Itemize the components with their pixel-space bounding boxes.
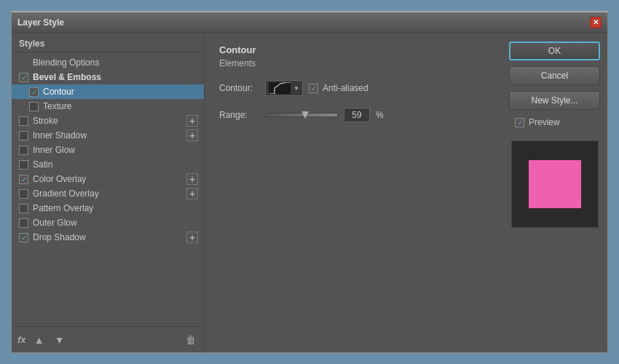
gradient-overlay-checkbox[interactable] xyxy=(19,189,28,199)
sidebar-item-pattern-overlay[interactable]: Pattern Overlay xyxy=(12,201,204,215)
cancel-button[interactable]: Cancel xyxy=(509,66,600,85)
satin-label: Satin xyxy=(33,159,52,170)
fx-label: fx xyxy=(17,334,26,345)
outer-glow-checkbox[interactable] xyxy=(19,218,28,228)
new-style-button[interactable]: New Style... xyxy=(509,91,600,110)
ok-button[interactable]: OK xyxy=(509,41,600,60)
anti-alias-label: Anti-aliased xyxy=(323,83,368,93)
sidebar-item-satin[interactable]: Satin xyxy=(12,157,204,172)
blending-options-label: Blending Options xyxy=(33,58,99,68)
preview-shape xyxy=(529,160,581,208)
contour-picker[interactable]: ▼ xyxy=(265,80,303,96)
contour-label: Contour xyxy=(43,87,74,97)
layer-style-dialog: Layer Style ✕ Styles Blending Options Be… xyxy=(11,11,608,353)
stroke-checkbox[interactable] xyxy=(19,116,28,126)
color-overlay-label: Color Overlay xyxy=(33,174,86,184)
inner-shadow-checkbox[interactable] xyxy=(19,131,28,141)
delete-button[interactable]: 🗑 xyxy=(184,333,198,347)
left-panel-footer: fx ▲ ▼ 🗑 xyxy=(12,326,204,352)
sidebar-item-drop-shadow[interactable]: Drop Shadow + xyxy=(12,230,204,245)
color-overlay-plus-button[interactable]: + xyxy=(186,173,198,185)
contour-curve-preview xyxy=(269,82,291,94)
sidebar-item-stroke[interactable]: Stroke + xyxy=(12,114,204,128)
anti-alias-row: Anti-aliased xyxy=(309,83,368,93)
sidebar-item-contour[interactable]: Contour xyxy=(12,84,204,99)
preview-row: Preview xyxy=(509,116,600,129)
sidebar-item-bevel-emboss[interactable]: Bevel & Emboss xyxy=(12,70,204,84)
section-title: Contour xyxy=(219,44,487,55)
sidebar-item-inner-shadow[interactable]: Inner Shadow + xyxy=(12,128,204,143)
stroke-label: Stroke xyxy=(33,116,58,126)
dialog-body: Styles Blending Options Bevel & Emboss C… xyxy=(12,33,607,352)
range-value[interactable]: 59 xyxy=(344,108,370,122)
outer-glow-label: Outer Glow xyxy=(33,218,77,228)
texture-checkbox[interactable] xyxy=(29,102,39,111)
styles-header: Styles xyxy=(12,33,204,52)
sidebar-item-blending-options[interactable]: Blending Options xyxy=(12,55,204,70)
dialog-title: Layer Style xyxy=(17,17,64,28)
layer-list: Blending Options Bevel & Emboss Contour … xyxy=(12,52,204,326)
gradient-overlay-label: Gradient Overlay xyxy=(33,189,99,199)
contour-dropdown-arrow: ▼ xyxy=(293,85,299,92)
title-bar: Layer Style ✕ xyxy=(12,12,607,33)
satin-checkbox[interactable] xyxy=(19,160,28,170)
section-subtitle: Elements xyxy=(219,58,487,68)
preview-checkbox[interactable] xyxy=(515,118,524,127)
preview-label: Preview xyxy=(529,117,560,127)
center-panel: Contour Elements Contour: ▼ Anti-aliased xyxy=(205,33,502,352)
bevel-emboss-checkbox[interactable] xyxy=(19,73,28,82)
anti-alias-checkbox[interactable] xyxy=(309,84,318,93)
range-slider[interactable] xyxy=(265,113,338,117)
inner-glow-label: Inner Glow xyxy=(33,145,75,155)
contour-row: Contour: ▼ Anti-aliased xyxy=(219,80,487,96)
texture-label: Texture xyxy=(43,101,71,111)
drop-shadow-plus-button[interactable]: + xyxy=(186,232,198,243)
pattern-overlay-checkbox[interactable] xyxy=(19,204,28,213)
contour-checkbox[interactable] xyxy=(29,87,39,97)
range-row: Range: 59 % xyxy=(219,108,487,122)
sidebar-item-inner-glow[interactable]: Inner Glow xyxy=(12,143,204,157)
move-up-button[interactable]: ▲ xyxy=(32,333,47,347)
close-button[interactable]: ✕ xyxy=(590,17,602,28)
range-slider-thumb[interactable] xyxy=(301,111,309,119)
sidebar-item-color-overlay[interactable]: Color Overlay + xyxy=(12,172,204,186)
range-unit: % xyxy=(376,110,384,120)
range-field-label: Range: xyxy=(219,110,259,120)
sidebar-item-texture[interactable]: Texture xyxy=(12,99,204,114)
preview-area xyxy=(511,141,599,228)
stroke-plus-button[interactable]: + xyxy=(186,115,198,127)
color-overlay-checkbox[interactable] xyxy=(19,175,28,184)
inner-shadow-plus-button[interactable]: + xyxy=(186,130,198,141)
pattern-overlay-label: Pattern Overlay xyxy=(33,203,93,213)
inner-glow-checkbox[interactable] xyxy=(19,146,28,155)
drop-shadow-checkbox[interactable] xyxy=(19,233,28,242)
sidebar-item-outer-glow[interactable]: Outer Glow xyxy=(12,215,204,230)
right-panel: OK Cancel New Style... Preview xyxy=(502,33,607,352)
left-panel: Styles Blending Options Bevel & Emboss C… xyxy=(12,33,205,352)
contour-field-label: Contour: xyxy=(219,83,259,93)
gradient-overlay-plus-button[interactable]: + xyxy=(186,188,198,199)
bevel-emboss-label: Bevel & Emboss xyxy=(33,72,101,82)
inner-shadow-label: Inner Shadow xyxy=(33,130,87,141)
move-down-button[interactable]: ▼ xyxy=(52,333,67,347)
drop-shadow-label: Drop Shadow xyxy=(33,232,86,242)
sidebar-item-gradient-overlay[interactable]: Gradient Overlay + xyxy=(12,186,204,201)
